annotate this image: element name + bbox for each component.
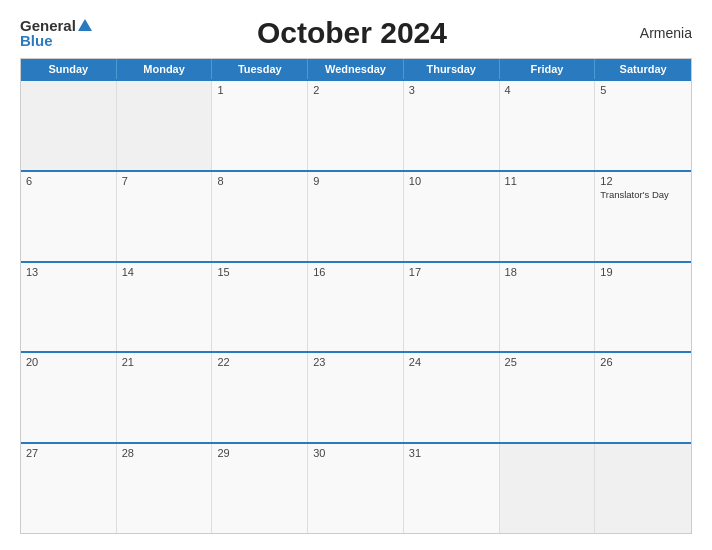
day-number: 19 (600, 266, 686, 278)
country-label: Armenia (612, 25, 692, 41)
calendar-cell: 16 (308, 263, 404, 352)
day-number: 10 (409, 175, 494, 187)
calendar-cell: 24 (404, 353, 500, 442)
day-number: 30 (313, 447, 398, 459)
calendar-cell: 14 (117, 263, 213, 352)
day-number: 16 (313, 266, 398, 278)
day-header-sunday: Sunday (21, 59, 117, 79)
day-number: 14 (122, 266, 207, 278)
day-number: 18 (505, 266, 590, 278)
day-number: 9 (313, 175, 398, 187)
calendar-cell: 28 (117, 444, 213, 533)
calendar-cell (117, 81, 213, 170)
day-number: 15 (217, 266, 302, 278)
day-number: 22 (217, 356, 302, 368)
page: General Blue October 2024 Armenia Sunday… (0, 0, 712, 550)
calendar-cell: 22 (212, 353, 308, 442)
calendar-week-4: 20212223242526 (21, 351, 691, 442)
day-number: 4 (505, 84, 590, 96)
day-number: 6 (26, 175, 111, 187)
day-number: 27 (26, 447, 111, 459)
calendar-cell: 11 (500, 172, 596, 261)
header: General Blue October 2024 Armenia (20, 16, 692, 50)
day-number: 26 (600, 356, 686, 368)
calendar-cell: 13 (21, 263, 117, 352)
calendar-week-2: 6789101112Translator's Day (21, 170, 691, 261)
calendar-week-1: 12345 (21, 79, 691, 170)
calendar-cell: 19 (595, 263, 691, 352)
day-number: 24 (409, 356, 494, 368)
day-number: 17 (409, 266, 494, 278)
calendar-cell: 8 (212, 172, 308, 261)
day-number: 11 (505, 175, 590, 187)
calendar-cell: 27 (21, 444, 117, 533)
day-header-saturday: Saturday (595, 59, 691, 79)
day-header-tuesday: Tuesday (212, 59, 308, 79)
day-number: 1 (217, 84, 302, 96)
day-number: 28 (122, 447, 207, 459)
calendar-cell (595, 444, 691, 533)
calendar-cell: 12Translator's Day (595, 172, 691, 261)
day-number: 7 (122, 175, 207, 187)
calendar-cell: 20 (21, 353, 117, 442)
page-title: October 2024 (92, 16, 612, 50)
day-number: 25 (505, 356, 590, 368)
calendar-cell: 25 (500, 353, 596, 442)
day-number: 23 (313, 356, 398, 368)
day-header-friday: Friday (500, 59, 596, 79)
calendar-cell: 4 (500, 81, 596, 170)
day-number: 12 (600, 175, 686, 187)
calendar-header: SundayMondayTuesdayWednesdayThursdayFrid… (21, 59, 691, 79)
calendar-cell: 1 (212, 81, 308, 170)
calendar-cell: 15 (212, 263, 308, 352)
day-number: 21 (122, 356, 207, 368)
calendar-cell: 3 (404, 81, 500, 170)
calendar-cell: 5 (595, 81, 691, 170)
calendar-cell: 21 (117, 353, 213, 442)
day-header-monday: Monday (117, 59, 213, 79)
logo: General Blue (20, 18, 92, 48)
day-number: 8 (217, 175, 302, 187)
day-number: 2 (313, 84, 398, 96)
calendar-cell: 10 (404, 172, 500, 261)
calendar-cell: 26 (595, 353, 691, 442)
day-number: 5 (600, 84, 686, 96)
day-number: 20 (26, 356, 111, 368)
day-number: 13 (26, 266, 111, 278)
calendar-cell: 6 (21, 172, 117, 261)
event-label: Translator's Day (600, 189, 686, 200)
calendar-cell (21, 81, 117, 170)
calendar-cell: 2 (308, 81, 404, 170)
calendar-cell: 23 (308, 353, 404, 442)
logo-triangle-icon (78, 19, 92, 31)
calendar-week-3: 13141516171819 (21, 261, 691, 352)
calendar-week-5: 2728293031 (21, 442, 691, 533)
calendar-cell: 9 (308, 172, 404, 261)
day-number: 3 (409, 84, 494, 96)
calendar-cell: 31 (404, 444, 500, 533)
calendar-cell: 7 (117, 172, 213, 261)
calendar-cell: 18 (500, 263, 596, 352)
calendar-body: 123456789101112Translator's Day131415161… (21, 79, 691, 533)
calendar: SundayMondayTuesdayWednesdayThursdayFrid… (20, 58, 692, 534)
day-header-wednesday: Wednesday (308, 59, 404, 79)
calendar-cell: 29 (212, 444, 308, 533)
logo-blue-text: Blue (20, 33, 92, 48)
calendar-cell: 30 (308, 444, 404, 533)
calendar-cell (500, 444, 596, 533)
calendar-cell: 17 (404, 263, 500, 352)
day-header-thursday: Thursday (404, 59, 500, 79)
day-number: 31 (409, 447, 494, 459)
logo-general-text: General (20, 18, 76, 33)
day-number: 29 (217, 447, 302, 459)
